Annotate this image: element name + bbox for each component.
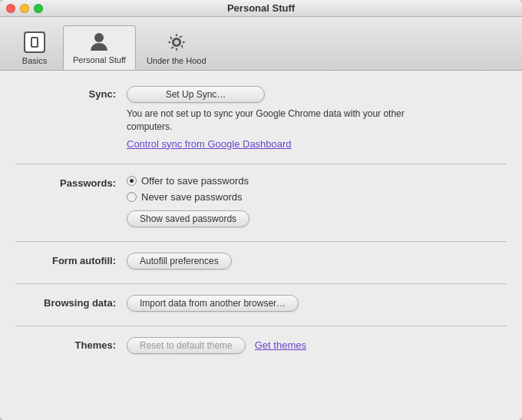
- radio-offer-save-dot: [130, 179, 134, 183]
- divider-4: [15, 326, 507, 326]
- gear-icon: [164, 30, 189, 55]
- themes-content: Reset to default theme Get themes: [127, 337, 507, 354]
- divider-3: [15, 283, 507, 284]
- window: Personal Stuff Basics Personal Stuff: [0, 0, 522, 420]
- radio-never-save[interactable]: Never save passwords: [127, 191, 507, 203]
- content-area: Sync: Set Up Sync… You are not set up to…: [0, 71, 522, 420]
- import-data-button[interactable]: Import data from another browser…: [127, 295, 299, 312]
- sync-description: You are not set up to sync your Google C…: [127, 107, 434, 134]
- toolbar: Basics Personal Stuff: [0, 17, 522, 71]
- tab-under-the-hood-label: Under the Hood: [147, 56, 206, 65]
- radio-offer-save[interactable]: Offer to save passwords: [127, 175, 507, 187]
- person-icon: [87, 29, 111, 54]
- divider-1: [15, 164, 507, 164]
- radio-offer-save-label: Offer to save passwords: [141, 175, 249, 187]
- control-sync-link[interactable]: Control sync from Google Dashboard: [127, 138, 292, 150]
- minimize-button[interactable]: [20, 4, 29, 13]
- passwords-section: Passwords: Offer to save passwords Never…: [15, 175, 507, 227]
- sync-content: Set Up Sync… You are not set up to sync …: [127, 86, 507, 150]
- browsing-data-section: Browsing data: Import data from another …: [15, 295, 507, 312]
- sync-label: Sync:: [15, 86, 127, 100]
- radio-never-save-circle[interactable]: [127, 192, 137, 202]
- svg-point-1: [173, 39, 180, 46]
- tab-personal-stuff[interactable]: Personal Stuff: [63, 25, 136, 70]
- form-autofill-content: Autofill preferences: [127, 253, 507, 270]
- show-saved-passwords-button[interactable]: Show saved passwords: [127, 210, 249, 227]
- title-bar: Personal Stuff: [0, 0, 522, 17]
- tab-personal-stuff-label: Personal Stuff: [73, 55, 126, 64]
- form-autofill-label: Form autofill:: [15, 253, 127, 266]
- set-up-sync-button[interactable]: Set Up Sync…: [127, 86, 265, 103]
- window-title: Personal Stuff: [227, 2, 295, 14]
- browsing-data-content: Import data from another browser…: [127, 295, 507, 312]
- tab-basics-label: Basics: [22, 56, 47, 65]
- toggle-icon: [22, 30, 47, 55]
- form-autofill-section: Form autofill: Autofill preferences: [15, 253, 507, 270]
- themes-section: Themes: Reset to default theme Get theme…: [15, 337, 507, 354]
- passwords-content: Offer to save passwords Never save passw…: [127, 175, 507, 227]
- close-button[interactable]: [6, 4, 15, 13]
- browsing-data-label: Browsing data:: [15, 295, 127, 309]
- get-themes-link[interactable]: Get themes: [255, 339, 306, 351]
- traffic-lights: [6, 4, 43, 13]
- tab-under-the-hood[interactable]: Under the Hood: [137, 27, 216, 70]
- radio-never-save-label: Never save passwords: [141, 191, 243, 203]
- maximize-button[interactable]: [34, 4, 43, 13]
- sync-section: Sync: Set Up Sync… You are not set up to…: [15, 86, 507, 150]
- autofill-preferences-button[interactable]: Autofill preferences: [127, 253, 232, 270]
- tab-basics[interactable]: Basics: [8, 27, 61, 70]
- radio-offer-save-circle[interactable]: [127, 176, 137, 186]
- passwords-label: Passwords:: [15, 175, 127, 189]
- divider-2: [15, 241, 507, 242]
- themes-label: Themes:: [15, 337, 127, 351]
- reset-theme-button[interactable]: Reset to default theme: [127, 337, 246, 354]
